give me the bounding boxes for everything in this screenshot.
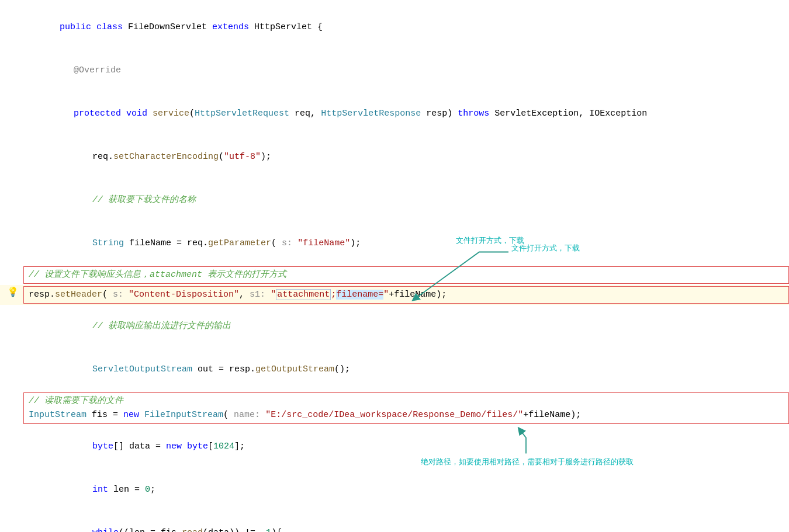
fn-getoutstream: getOutputStream [255,364,334,374]
concat-op: +fileName); [389,290,447,300]
code-line-8: 💡 resp.setHeader( s: "Content-Dispositio… [0,285,789,305]
str-attachment-word: attachment [276,289,331,300]
len-var: len = [108,485,145,495]
str-semicolon: ; [331,290,336,300]
paren-open: ( [189,109,195,119]
code-line-13: byte[] data = new byte[1024]; [0,425,789,468]
kw-extends: extends [212,22,254,32]
code-line-14: int len = 0; [0,468,789,512]
paren2: ( [271,238,282,248]
num-0: 0 [145,485,150,495]
hint-s: s: [282,238,297,248]
red-box-2: resp.setHeader( s: "Content-Disposition"… [23,286,789,304]
resp-obj: resp. [29,290,55,300]
gutter-8: 💡 [0,286,23,301]
brace-open: ){ [271,528,282,532]
num-1024: 1024 [213,441,234,451]
code-line-1: public class FileDownServlet extends Htt… [0,6,789,49]
paren5: ( [223,410,234,420]
red-box-1: // 设置文件下载响应头信息，attachment 表示文件的打开方式 [23,266,789,284]
paren: ( [219,152,224,162]
kw-int: int [92,485,108,495]
type-inputstream: InputStream [29,410,86,420]
parent-class: HttpServlet { [254,22,323,32]
str-utf8: "utf-8" [224,152,261,162]
code-line-11: // 读取需要下载的文件 InputStream fis = new FileI… [0,391,789,425]
exceptions: ServletException, IOException [494,109,647,119]
arr-bracket2: [ [208,441,213,451]
annotation-file-open: 文件打开方式，下载 [456,235,524,247]
line-content-4: req.setCharacterEncoding("utf-8"); [23,136,789,178]
close: ); [261,152,271,162]
line-content-2: @Override [23,50,789,92]
red-box-3-line1: // 读取需要下载的文件 [29,394,784,408]
fn-service: service [153,109,189,119]
kw-throws: throws [458,109,494,119]
kw-byte: byte [92,441,113,451]
str-contentdisposition: "Content-Disposition" [129,290,239,300]
concat2: +fileName); [523,410,581,420]
str-filename-part: filename= [336,290,383,300]
red-box-3-line2: InputStream fis = new FileInputStream( n… [29,408,784,423]
kw-protected: protected [74,109,126,119]
comma: , [239,290,250,300]
code-line-6: String fileName = req.getParameter( s: "… [0,222,789,265]
kw-void: void [126,109,153,119]
line-content-9: // 获取响应输出流进行文件的输出 [23,305,789,347]
annotation-override: @Override [74,65,121,75]
fn-setcharenc: setCharacterEncoding [113,152,219,162]
fn-getparam: getParameter [208,238,271,248]
read-paren: (data)) != [203,528,261,532]
classname: FileDownServlet [128,22,212,32]
kw-class: class [96,22,128,32]
hint-s2: s: [113,290,129,300]
str-attachment: " [271,290,276,300]
line-content-13: byte[] data = new byte[1024]; [23,426,789,468]
type-string: String [92,238,124,248]
code-line-5: // 获取要下载文件的名称 [0,179,789,222]
kw-byte2: byte [187,441,208,451]
arr-bracket: [] data = [113,441,166,451]
str-filename: "fileName" [297,238,350,248]
out-var: out = resp. [192,364,255,374]
bulb-icon: 💡 [7,286,19,301]
fn-setheader: setHeader [55,290,102,300]
kw-new2: new [166,441,187,451]
paren3: ( [102,290,113,300]
code-line-9: // 获取响应输出流进行文件的输出 [0,305,789,348]
fis-var: fis = [86,410,123,420]
type-httpresp: HttpServletResponse [321,109,421,119]
paren4: (); [334,364,350,374]
resp-param: resp) [421,109,458,119]
hint-s3: s1: [250,290,271,300]
code-line-2: @Override [0,49,789,92]
num-neg1: -1 [261,528,271,532]
line-content-1: public class FileDownServlet extends Htt… [23,6,789,48]
type-fileinputstream: FileInputStream [144,410,223,420]
while-paren: ((len = fis. [119,528,182,532]
comment-2: // 设置文件下载响应头信息，attachment 表示文件的打开方式 [29,270,286,280]
code-line-3: protected void service(HttpServletReques… [0,92,789,135]
line-content-3: protected void service(HttpServletReques… [23,93,789,135]
line-content-10: ServletOutputStream out = resp.getOutput… [23,349,789,391]
str-concat: " [383,290,389,300]
code-line-7: // 设置文件下载响应头信息，attachment 表示文件的打开方式 [0,265,789,285]
semi1: ; [150,485,155,495]
close2: ); [350,238,361,248]
req-obj: req. [92,152,113,162]
fn-read: read [182,528,203,532]
space: req, [289,109,321,119]
red-box-3: // 读取需要下载的文件 InputStream fis = new FileI… [23,392,789,424]
hint-name: name: [234,410,265,420]
code-line-15: while((len = fis.read(data)) != -1){ [0,512,789,532]
kw-public: public [60,22,96,32]
line-content-14: int len = 0; [23,469,789,511]
str-path: "E:/src_code/IDea_workspace/Response_Dem… [265,410,523,420]
type-servletout: ServletOutputStream [92,364,192,374]
kw-while: while [92,528,119,532]
type-httpreq: HttpServletRequest [195,109,289,119]
arr-close: ]; [234,441,245,451]
comment-3: // 获取响应输出流进行文件的输出 [92,321,231,331]
space2: fileName = req. [124,238,208,248]
line-content-5: // 获取要下载文件的名称 [23,179,789,221]
